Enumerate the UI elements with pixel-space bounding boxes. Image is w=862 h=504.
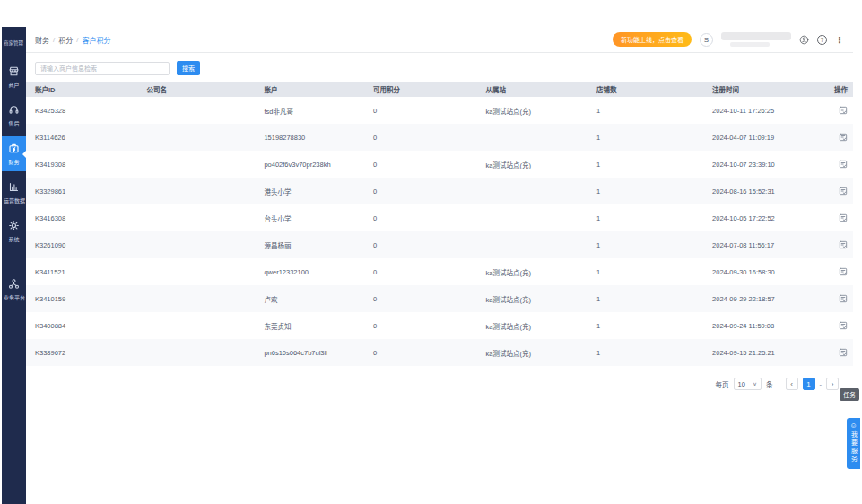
table-cell: K3411521 xyxy=(26,268,137,276)
table-cell: 1 xyxy=(588,268,703,276)
table-cell-actions xyxy=(822,187,853,196)
table-cell: K3329861 xyxy=(26,187,137,196)
chevron-down-icon: ∨ xyxy=(753,381,757,387)
view-detail-icon[interactable] xyxy=(839,187,848,196)
table-cell: 2024-09-24 11:59:08 xyxy=(703,322,822,330)
table-cell: K3389672 xyxy=(26,349,137,357)
avatar[interactable]: S xyxy=(700,33,713,47)
table-cell: 0 xyxy=(364,161,476,169)
next-page-button[interactable]: › xyxy=(826,378,839,390)
column-header: 操作 xyxy=(822,84,853,94)
per-page-label: 每页 xyxy=(716,379,729,389)
breadcrumb-separator: / xyxy=(53,36,55,44)
page-1-button[interactable]: 1 xyxy=(803,378,815,390)
sidebar-item-aftersale[interactable]: 售后 xyxy=(2,98,26,133)
table-row: K311462615198278830012024-04-07 11:09:19 xyxy=(26,124,853,151)
gear-icon xyxy=(8,220,20,231)
search-button[interactable]: 搜索 xyxy=(177,61,200,75)
table-cell: 2024-09-30 16:58:30 xyxy=(703,268,822,276)
sidebar-item-operations[interactable]: 运营数据 xyxy=(2,175,26,210)
storefront-icon xyxy=(8,65,20,77)
sidebar-item-label: 运营数据 xyxy=(4,196,25,204)
per-page-select[interactable]: 10 ∨ xyxy=(734,378,762,390)
table-row: K3411521qwer123321000ka测试站点(充)12024-09-3… xyxy=(26,258,853,285)
view-detail-icon[interactable] xyxy=(839,267,848,276)
table-cell: qwer12332100 xyxy=(255,268,364,276)
table-row: K3329861港头小学012024-08-16 15:52:31 xyxy=(26,178,853,204)
view-detail-icon[interactable] xyxy=(839,133,848,142)
breadcrumb-customer-points: 客户积分 xyxy=(82,35,110,45)
breadcrumb-points[interactable]: 积分 xyxy=(58,35,73,45)
table-cell-actions xyxy=(822,133,853,142)
table-cell: po402f6v3v70pr238kh xyxy=(255,161,364,169)
table-cell: 1 xyxy=(588,134,703,142)
table-cell: K3261090 xyxy=(26,241,137,249)
table-cell-actions xyxy=(822,160,853,169)
topbar: 财务 / 积分 / 客户积分 新功能上线，点击查看 S ? xyxy=(26,27,853,53)
table-cell: 0 xyxy=(364,349,476,357)
table-cell: 源昌杨丽 xyxy=(255,240,364,250)
table-cell: K3114626 xyxy=(26,134,137,142)
table-cell: 0 xyxy=(364,295,476,303)
support-icon[interactable] xyxy=(799,35,809,45)
table-cell: 0 xyxy=(364,241,476,249)
table-cell: 2024-10-05 17:22:52 xyxy=(703,214,822,222)
table-row: K3261090源昌杨丽012024-07-08 11:56:17 xyxy=(26,231,853,258)
headset-icon xyxy=(8,104,20,116)
breadcrumb-finance[interactable]: 财务 xyxy=(35,35,49,45)
table-cell: 2024-10-11 17:26:25 xyxy=(703,107,822,115)
prev-page-button[interactable]: ‹ xyxy=(786,378,798,390)
org-icon xyxy=(8,278,20,290)
view-detail-icon[interactable] xyxy=(839,294,848,303)
sidebar-item-merchant[interactable]: 商户 xyxy=(2,59,26,94)
table-cell: ka测试站点(充) xyxy=(476,348,588,358)
table-cell: K3410159 xyxy=(26,295,137,303)
sidebar-item-system[interactable]: 系统 xyxy=(2,213,26,248)
table-cell: 1 xyxy=(588,107,703,115)
table-cell: 1 xyxy=(588,241,703,249)
table-cell: 2024-10-07 23:39:10 xyxy=(703,161,822,169)
sidebar-item-finance[interactable]: 财务 xyxy=(2,136,26,171)
sidebar-item-label: 财务 xyxy=(9,157,20,165)
table-cell: 2024-08-16 15:52:31 xyxy=(703,187,822,196)
service-float-button[interactable]: ☺ 我要服务 xyxy=(847,418,860,469)
table-cell: ka测试站点(充) xyxy=(476,321,588,331)
table-cell-actions xyxy=(822,267,853,276)
help-icon[interactable]: ? xyxy=(817,35,827,45)
sidebar-item-platform[interactable]: 业务平台 xyxy=(2,272,26,307)
table-row: K3419308po402f6v3v70pr238kh0ka测试站点(充)120… xyxy=(26,151,853,178)
table-cell: 1 xyxy=(588,295,703,303)
table-cell: ka测试站点(充) xyxy=(476,106,588,116)
view-detail-icon[interactable] xyxy=(839,106,848,115)
search-input[interactable] xyxy=(35,62,170,75)
table-cell: 0 xyxy=(364,187,476,196)
per-page-unit: 条 xyxy=(766,379,773,389)
table-cell-actions xyxy=(822,294,853,303)
view-detail-icon[interactable] xyxy=(839,348,848,357)
more-options-icon[interactable]: ⋮ xyxy=(835,35,844,45)
column-header: 公司名 xyxy=(137,84,255,94)
table-cell: 0 xyxy=(364,107,476,115)
search-row: 搜索 xyxy=(26,53,853,82)
promo-badge[interactable]: 新功能上线，点击查看 xyxy=(613,32,692,47)
view-detail-icon[interactable] xyxy=(839,160,848,169)
smiley-icon: ☺ xyxy=(849,422,857,430)
table-cell: ka测试站点(充) xyxy=(476,267,588,277)
customer-points-table: 账户ID公司名账户可用积分从属站店铺数注册时间操作 K3425328fsd非凡哥… xyxy=(26,82,853,366)
table-cell: 0 xyxy=(364,134,476,142)
table-cell-actions xyxy=(822,106,853,115)
table-cell: 1 xyxy=(588,161,703,169)
view-detail-icon[interactable] xyxy=(839,213,848,222)
table-row: K3400884东莞贞知0ka测试站点(充)12024-09-24 11:59:… xyxy=(26,312,853,339)
table-cell: 2024-04-07 11:09:19 xyxy=(703,134,822,142)
view-detail-icon[interactable] xyxy=(839,321,848,330)
table-cell-actions xyxy=(822,321,853,330)
table-cell: 卢欢 xyxy=(255,294,364,304)
table-cell: 港头小学 xyxy=(255,187,364,196)
table-header: 账户ID公司名账户可用积分从属站店铺数注册时间操作 xyxy=(26,82,853,97)
pagination: 每页 10 ∨ 条 ‹ 1 - › xyxy=(26,366,853,390)
screen: 商家管理 商户售后财务运营数据系统业务平台 财务 / 积分 / 客户积分 新功能… xyxy=(0,0,862,504)
view-detail-icon[interactable] xyxy=(839,240,848,249)
table-cell: 台头小学 xyxy=(255,213,364,223)
sidebar-nav: 商户售后财务运营数据系统业务平台 xyxy=(2,59,26,310)
